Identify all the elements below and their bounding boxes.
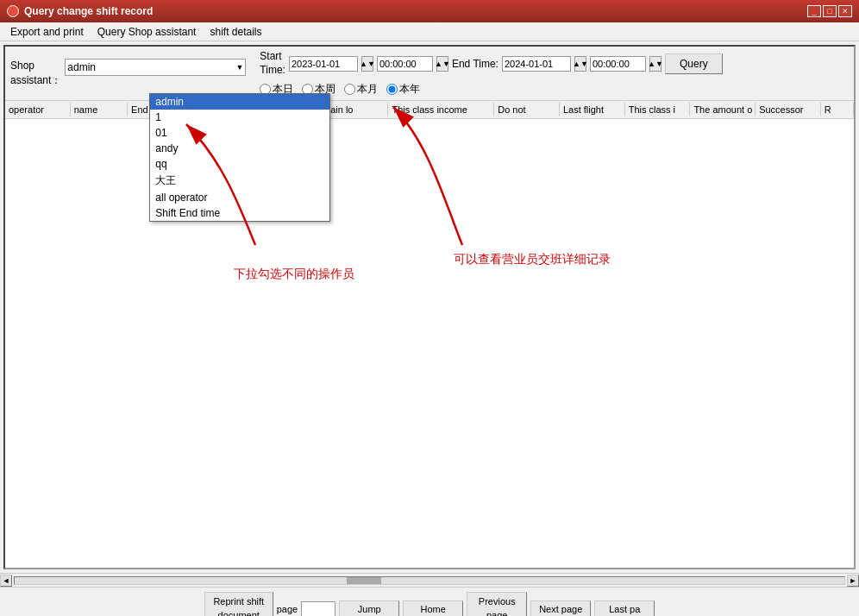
dropdown-option-1[interactable]: 1 <box>150 110 329 125</box>
col-r: R <box>821 103 854 116</box>
scrollbar-track <box>14 576 845 585</box>
col-name: name <box>71 103 128 116</box>
start-time-label: Start Time: <box>260 50 285 77</box>
start-date-input[interactable] <box>289 56 358 72</box>
dropdown-arrow-icon: ▼ <box>235 63 243 72</box>
maximize-button[interactable]: □ <box>823 5 837 17</box>
table-header: operator name End time total inco... Con… <box>5 101 854 119</box>
bottom-bar: Reprint shift document page Jump Home Pr… <box>0 587 859 616</box>
col-this-class: This class income <box>388 103 494 116</box>
window-controls: _ □ ✕ <box>807 5 852 17</box>
next-page-button[interactable]: Next page <box>530 600 591 617</box>
menu-export-print[interactable]: Export and print <box>3 24 91 40</box>
dropdown-option-andy[interactable]: andy <box>150 141 329 156</box>
dropdown-option-shift-end[interactable]: Shift End time <box>150 205 329 221</box>
col-this-class2: This class i <box>625 103 691 116</box>
end-date-input[interactable] <box>502 56 571 72</box>
col-amount: The amount o <box>690 103 756 116</box>
shop-assistant-label: Shop assistant： <box>10 59 61 88</box>
start-time-spin[interactable]: ▲▼ <box>436 56 448 72</box>
title-bar: Query change shift record _ □ ✕ <box>0 0 859 22</box>
reprint-shift-button[interactable]: Reprint shift document <box>204 592 273 616</box>
dropdown-option-01[interactable]: 01 <box>150 125 329 141</box>
scroll-left-button[interactable]: ◄ <box>0 575 12 587</box>
horizontal-scrollbar[interactable]: ◄ ► <box>0 573 859 587</box>
col-do-not: Do not <box>494 103 560 116</box>
menu-query-shop[interactable]: Query Shop assistant <box>91 24 204 40</box>
menu-shift-details[interactable]: shift details <box>203 24 268 40</box>
radio-year[interactable]: 本年 <box>386 82 420 97</box>
radio-month[interactable]: 本月 <box>344 82 378 97</box>
home-button[interactable]: Home <box>403 600 463 617</box>
dropdown-option-admin[interactable]: admin <box>150 94 329 110</box>
col-operator: operator <box>5 103 71 116</box>
last-page-button[interactable]: Last pa <box>594 600 655 617</box>
table-body <box>5 119 854 568</box>
col-successor: Successor <box>756 103 821 116</box>
start-date-spin[interactable]: ▲▼ <box>361 56 373 72</box>
start-time-input[interactable] <box>377 56 433 72</box>
jump-button[interactable]: Jump <box>339 600 399 617</box>
end-date-spin[interactable]: ▲▼ <box>574 56 586 72</box>
close-button[interactable]: ✕ <box>838 5 852 17</box>
previous-page-button[interactable]: Previous page <box>467 592 527 616</box>
end-time-spin[interactable]: ▲▼ <box>649 56 661 72</box>
main-content: Shop assistant： admin ▼ admin 1 01 andy … <box>3 45 856 569</box>
scroll-right-button[interactable]: ► <box>847 575 859 587</box>
query-button[interactable]: Query <box>665 53 723 74</box>
col-last-flight: Last flight <box>560 103 625 116</box>
menu-bar: Export and print Query Shop assistant sh… <box>0 22 859 41</box>
scrollbar-thumb[interactable] <box>347 577 381 584</box>
window-title: Query change shift record <box>24 5 153 17</box>
end-time-label: End Time: <box>452 58 498 70</box>
toolbar: Shop assistant： admin ▼ admin 1 01 andy … <box>5 47 854 101</box>
dropdown-list: admin 1 01 andy qq 大王 all operator Shift… <box>149 93 330 222</box>
page-number-input[interactable] <box>301 601 335 617</box>
shop-assistant-dropdown[interactable]: admin ▼ <box>65 59 246 76</box>
page-label: page <box>277 604 298 614</box>
dropdown-option-all[interactable]: all operator <box>150 190 329 205</box>
dropdown-option-qq[interactable]: qq <box>150 156 329 172</box>
dropdown-option-dw[interactable]: 大王 <box>150 172 329 190</box>
end-time-input[interactable] <box>590 56 646 72</box>
minimize-button[interactable]: _ <box>807 5 821 17</box>
window-icon <box>7 5 19 17</box>
